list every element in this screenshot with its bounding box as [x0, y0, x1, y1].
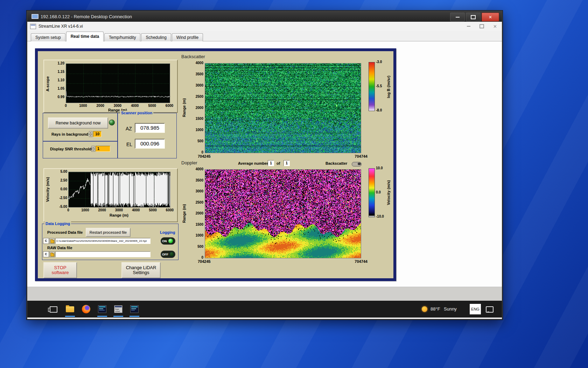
notification-center-icon[interactable]: [486, 306, 493, 313]
app-restore-button[interactable]: [479, 24, 484, 28]
tick-label: 500: [197, 139, 203, 143]
change-lidar-settings-button[interactable]: Change LiDARSettings: [121, 262, 161, 278]
backscatter-colorbar: [369, 62, 375, 111]
processed-drive-select[interactable]: C: [43, 238, 49, 244]
file-explorer-icon[interactable]: [66, 306, 74, 312]
renew-background-button[interactable]: Renew background now: [48, 117, 108, 129]
tab-temp-humidity[interactable]: Temp/humidity: [104, 33, 140, 41]
rays-in-background-label: Rays in background: [51, 132, 88, 137]
doppler-colorbar: [369, 168, 375, 217]
raw-browse-button[interactable]: [49, 251, 55, 257]
doppler-title: Doppler: [181, 160, 197, 165]
raw-path-field[interactable]: [55, 251, 150, 257]
remote-desktop-icon: [31, 14, 38, 19]
tick-label: 4000: [128, 104, 142, 108]
weather-sun-icon[interactable]: [422, 306, 427, 312]
app-minimize-button[interactable]: [467, 26, 470, 27]
off-label: OFF: [162, 253, 168, 256]
tick-label: 1000: [196, 128, 203, 132]
weather-temp[interactable]: 88°F: [430, 306, 440, 312]
average-number-field[interactable]: 1: [268, 160, 274, 166]
client-area: A-scope 1.201.151.101.050.99 01000200030…: [27, 41, 502, 287]
rdp-window: 192.168.0.122 - Remote Desktop Connectio…: [27, 11, 503, 320]
raw-logging-toggle[interactable]: OFF: [161, 251, 175, 258]
rdp-minimize-button[interactable]: [450, 13, 465, 21]
rdp-titlebar[interactable]: 192.168.0.122 - Remote Desktop Connectio…: [27, 11, 502, 22]
weather-condition[interactable]: Sunny: [444, 306, 457, 312]
tick-label: -2.50: [59, 196, 67, 200]
raw-drive-select[interactable]: C: [43, 251, 49, 257]
app-close-button[interactable]: ✕: [493, 24, 497, 29]
tick-label: 1500: [196, 117, 203, 121]
snr-threshold-label: Display SNR threshold: [50, 147, 92, 151]
doppler-colorbar-ticks: 10.00.0-10.0: [376, 166, 388, 218]
snr-spinner[interactable]: ▲▼: [91, 146, 95, 152]
velocity-x-ticks: 0100020003000400050006000: [61, 208, 177, 212]
tab-wind-profile[interactable]: Wind profile: [172, 33, 203, 41]
tick-label: -3.0: [376, 60, 382, 64]
rdp-title: 192.168.0.122 - Remote Desktop Connectio…: [41, 14, 132, 19]
backscatter-y-ticks: 40003500300025002000150010005000: [188, 61, 203, 154]
tick-label: 5000: [145, 104, 159, 108]
tick-label: 1.15: [58, 70, 64, 74]
el-value-field[interactable]: 000.096: [135, 139, 165, 149]
processed-logging-toggle[interactable]: ON: [161, 237, 175, 245]
processed-path-field[interactable]: C:\Lidar\Data\Proc\2023\202309\20230909\…: [55, 238, 150, 244]
data-logging-title: Data Logging: [44, 222, 71, 226]
remote-taskbar: Scansched 88°F Sunny ENG: [27, 301, 502, 318]
tick-label: 0: [201, 150, 203, 154]
ascope-x-ticks: 0100020003000400050006000: [59, 104, 176, 108]
tab-strip: System setup Real time data Temp/humidit…: [27, 31, 502, 41]
firefox-icon[interactable]: [82, 305, 90, 313]
tick-label: 4000: [196, 167, 203, 171]
doppler-backscatter-toggle[interactable]: [352, 162, 362, 166]
ascope-y-ticks: 1.201.151.101.050.99: [50, 61, 64, 99]
tick-label: -10.0: [376, 214, 384, 218]
tick-label: 6000: [163, 208, 177, 212]
third-app-icon[interactable]: [130, 305, 139, 313]
backscatter-heatmap: [205, 63, 361, 153]
az-value-field[interactable]: 078.985: [135, 123, 165, 133]
rdp-maximize-button[interactable]: [466, 13, 481, 21]
tick-label: 1500: [196, 223, 203, 226]
tab-scheduling[interactable]: Scheduling: [141, 33, 171, 41]
rays-spinner[interactable]: ▲▼: [89, 131, 92, 137]
front-panel-frame: A-scope 1.201.151.101.050.99 01000200030…: [35, 48, 396, 281]
ascope-plot: [66, 63, 170, 103]
data-logging-box: Data Logging Processed Data file Restart…: [42, 224, 178, 260]
backscatter-colorbar-label: log B (/m/sr): [386, 69, 391, 104]
snr-value-field[interactable]: 1: [96, 146, 110, 152]
tick-label: 3500: [196, 178, 203, 182]
tick-label: 0: [201, 255, 203, 259]
language-indicator[interactable]: ENG: [470, 304, 481, 314]
front-panel: A-scope 1.201.151.101.050.99 01000200030…: [38, 51, 393, 278]
app-titlebar[interactable]: StreamLine XR v14-6.vi ✕: [27, 22, 502, 31]
on-label: ON: [162, 239, 167, 243]
average-of-field[interactable]: 1: [284, 160, 290, 166]
vi-icon: [30, 24, 36, 29]
restart-processed-file-button[interactable]: Restart processed file: [86, 228, 131, 237]
tab-real-time-data[interactable]: Real time data: [66, 32, 104, 41]
tick-label: 2000: [196, 211, 203, 215]
task-view-icon[interactable]: [50, 306, 57, 313]
backscatter-title: Backscatter: [181, 54, 205, 59]
tab-system-setup[interactable]: System setup: [31, 33, 65, 41]
backscatter-x-end: 704744: [346, 154, 368, 159]
tick-label: 3500: [196, 72, 203, 76]
doppler-x-end: 704744: [346, 259, 368, 264]
tick-label: 500: [197, 245, 203, 248]
tick-label: 1000: [78, 208, 92, 212]
rays-value-field[interactable]: 10: [93, 131, 102, 137]
streamline-app-icon[interactable]: [98, 305, 106, 313]
el-label: EL: [126, 142, 132, 147]
doppler-y-axis-label: Range (m): [182, 198, 186, 229]
doppler-backscatter-toggle-label: Backscatter: [326, 161, 347, 166]
scan-scheduler-icon[interactable]: Scansched: [114, 305, 122, 313]
rdp-close-button[interactable]: ✕: [482, 13, 499, 21]
tick-label: 1.05: [58, 87, 64, 90]
stop-software-button[interactable]: STOPsoftware: [43, 262, 77, 278]
tick-label: 3000: [112, 208, 126, 212]
on-led: [168, 238, 173, 244]
processed-browse-button[interactable]: [49, 238, 55, 244]
ascope-graph-group: A-scope 1.201.151.101.050.99 01000200030…: [43, 60, 178, 113]
